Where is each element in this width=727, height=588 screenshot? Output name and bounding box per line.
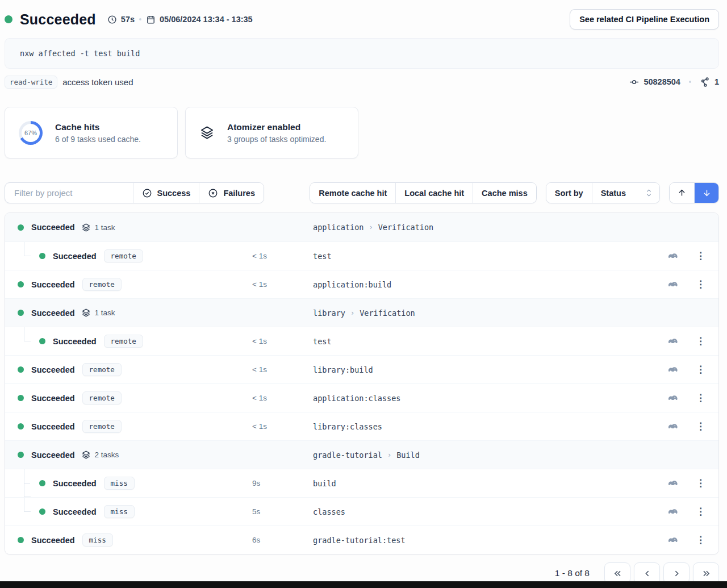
chevron-right-icon: › xyxy=(369,223,373,231)
cache-hits-subtitle: 6 of 9 tasks used cache. xyxy=(55,135,141,144)
tree-connector-icon xyxy=(18,327,35,355)
chevron-right-icon xyxy=(672,569,682,578)
success-filter-button[interactable]: Success xyxy=(133,183,199,203)
chevrons-right-icon xyxy=(701,569,711,578)
row-status-label: Succeeded xyxy=(53,479,97,488)
layers-icon xyxy=(81,308,91,318)
task-duration-label: < 1s xyxy=(252,280,313,289)
row-status-label: Succeeded xyxy=(53,252,97,261)
cache-status-filter-group: Remote cache hit Local cache hit Cache m… xyxy=(310,182,536,203)
row-menu-button[interactable]: ⋮ xyxy=(696,393,705,403)
sort-ascending-button[interactable] xyxy=(670,183,694,203)
gradle-icon[interactable] xyxy=(667,365,679,375)
gradle-icon[interactable] xyxy=(667,507,679,517)
run-status-dot xyxy=(5,15,12,23)
run-duration: 57s xyxy=(107,15,135,24)
row-status-dot xyxy=(18,224,24,231)
task-name: test › xyxy=(313,252,655,261)
task-count-label: 1 task xyxy=(95,308,115,317)
row-status-dot xyxy=(18,452,24,458)
row-menu-button[interactable]: ⋮ xyxy=(696,280,705,289)
project-name: library:classes xyxy=(313,422,382,431)
layers-icon xyxy=(81,223,91,232)
failures-filter-label: Failures xyxy=(223,189,255,198)
chevron-right-icon: › xyxy=(387,451,391,459)
task-row[interactable]: Succeeded remote < 1s test › ⋮ xyxy=(5,241,718,270)
cache-hits-card[interactable]: 67% Cache hits 6 of 9 tasks used cache. xyxy=(5,107,178,159)
row-status-dot xyxy=(18,423,24,429)
cache-hits-progress-ring: 67% xyxy=(19,121,43,145)
project-name: library:build xyxy=(313,365,373,374)
row-menu-button[interactable]: ⋮ xyxy=(696,507,705,516)
run-header: Succeeded 57s 05/06/2024 13:34 - 13:35 S… xyxy=(5,8,719,31)
chevron-left-icon xyxy=(642,569,652,578)
row-menu-button[interactable]: ⋮ xyxy=(696,478,705,488)
row-menu-button[interactable]: ⋮ xyxy=(696,336,705,346)
row-status-dot xyxy=(18,366,24,373)
gradle-icon[interactable] xyxy=(667,280,679,290)
calendar-icon xyxy=(146,15,156,24)
branch-count-link[interactable]: 1 xyxy=(715,77,719,86)
sort-select[interactable]: Status xyxy=(592,183,659,203)
task-row[interactable]: Succeeded miss 6s gradle-tutorial:test ›… xyxy=(5,526,718,554)
target-name: Build xyxy=(396,451,420,460)
row-status-dot xyxy=(18,395,24,401)
token-separator-dot xyxy=(689,81,691,83)
task-list: Succeeded 1 task application › Verificat… xyxy=(5,212,719,554)
stat-cards: 67% Cache hits 6 of 9 tasks used cache. … xyxy=(5,107,719,159)
remote-cache-hit-button[interactable]: Remote cache hit xyxy=(310,183,395,203)
see-related-ci-pipeline-button[interactable]: See related CI Pipeline Execution xyxy=(570,9,719,30)
atomizer-card[interactable]: Atomizer enabled 3 groups of tasks optim… xyxy=(185,107,358,159)
task-name: build › xyxy=(313,479,655,488)
gradle-icon[interactable] xyxy=(667,535,679,545)
sort-select-value: Status xyxy=(601,189,626,198)
task-row[interactable]: Succeeded remote < 1s library:classes › … xyxy=(5,412,718,440)
pagination-range-label: 1 - 8 of 8 xyxy=(555,568,590,578)
local-cache-hit-button[interactable]: Local cache hit xyxy=(395,183,473,203)
row-status-label: Succeeded xyxy=(31,451,75,460)
failures-filter-button[interactable]: Failures xyxy=(199,183,264,203)
sort-by-label: Sort by xyxy=(546,183,592,203)
project-name: test xyxy=(313,337,332,346)
gradle-icon[interactable] xyxy=(667,393,679,403)
row-menu-button[interactable]: ⋮ xyxy=(696,535,705,545)
commit-id-link[interactable]: 50828504 xyxy=(644,77,680,86)
task-group-row[interactable]: Succeeded 1 task application › Verificat… xyxy=(5,213,718,241)
run-daterange-label: 05/06/2024 13:34 - 13:35 xyxy=(160,15,253,24)
task-duration-label: < 1s xyxy=(252,365,313,374)
row-status-label: Succeeded xyxy=(31,536,75,545)
cache-status-badge: miss xyxy=(104,505,135,518)
task-row[interactable]: Succeeded remote < 1s library:build › ⋮ xyxy=(5,355,718,383)
x-circle-icon xyxy=(208,188,218,198)
task-count-label: 2 tasks xyxy=(95,451,119,459)
task-row[interactable]: Succeeded miss 9s build › ⋮ xyxy=(5,469,718,497)
filter-by-project-input[interactable] xyxy=(5,183,133,203)
row-menu-button[interactable]: ⋮ xyxy=(696,365,705,374)
tree-connector-icon xyxy=(18,242,35,270)
arrow-down-icon xyxy=(702,188,712,198)
task-row[interactable]: Succeeded remote < 1s application:build … xyxy=(5,270,718,298)
cache-status-badge: remote xyxy=(82,363,122,376)
task-count-label: 1 task xyxy=(95,223,115,232)
task-group-row[interactable]: Succeeded 1 task library › Verification … xyxy=(5,298,718,327)
task-row[interactable]: Succeeded miss 5s classes › ⋮ xyxy=(5,497,718,526)
project-name: gradle-tutorial:test xyxy=(313,536,406,545)
row-menu-button[interactable]: ⋮ xyxy=(696,422,705,431)
gradle-icon[interactable] xyxy=(667,478,679,489)
task-group-row[interactable]: Succeeded 2 tasks gradle-tutorial › Buil… xyxy=(5,440,718,469)
run-duration-label: 57s xyxy=(121,15,135,24)
cache-hits-title: Cache hits xyxy=(55,122,141,132)
gradle-icon[interactable] xyxy=(667,422,679,432)
row-status-label: Succeeded xyxy=(31,422,75,431)
row-status-dot xyxy=(39,253,45,259)
project-name: application:build xyxy=(313,280,391,289)
task-row[interactable]: Succeeded remote < 1s test › ⋮ xyxy=(5,327,718,355)
gradle-icon[interactable] xyxy=(667,251,679,261)
sort-group: Sort by Status xyxy=(546,182,660,203)
gradle-icon[interactable] xyxy=(667,336,679,347)
cache-miss-button[interactable]: Cache miss xyxy=(473,183,536,203)
sort-descending-button[interactable] xyxy=(694,183,718,203)
task-row[interactable]: Succeeded remote < 1s application:classe… xyxy=(5,383,718,412)
task-name: test › xyxy=(313,337,655,346)
row-menu-button[interactable]: ⋮ xyxy=(696,251,705,261)
